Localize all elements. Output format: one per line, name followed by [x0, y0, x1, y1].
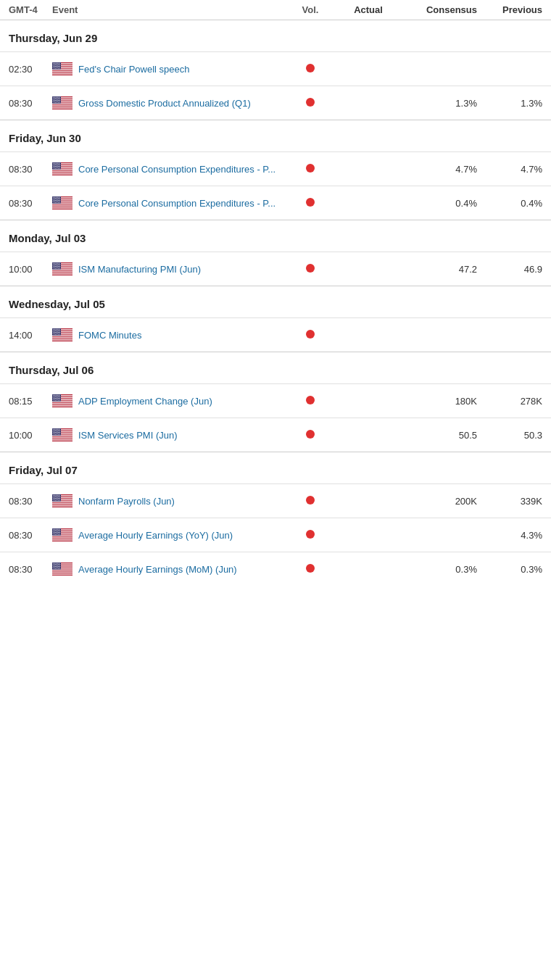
event-name[interactable]: ISM Services PMI (Jun) — [52, 428, 289, 441]
svg-point-32 — [57, 67, 58, 67]
svg-point-420 — [54, 567, 55, 568]
event-previous: 4.7% — [477, 164, 542, 175]
table-row: 08:30 — [0, 151, 551, 186]
svg-point-232 — [58, 334, 59, 335]
svg-point-254 — [54, 397, 55, 398]
svg-point-257 — [59, 397, 59, 398]
event-previous: 46.9 — [477, 264, 542, 275]
svg-point-92 — [54, 164, 54, 165]
svg-point-218 — [59, 331, 59, 332]
svg-point-59 — [54, 99, 55, 100]
svg-point-402 — [57, 563, 58, 564]
svg-point-61 — [57, 99, 58, 100]
svg-point-206 — [56, 329, 57, 330]
svg-point-29 — [53, 67, 54, 67]
event-vol — [289, 529, 332, 541]
event-time: 10:00 — [9, 264, 52, 275]
svg-rect-7 — [52, 75, 72, 75]
svg-point-133 — [57, 198, 57, 199]
svg-point-258 — [54, 398, 54, 399]
svg-point-189 — [59, 267, 59, 267]
svg-point-349 — [58, 500, 59, 501]
event-name[interactable]: Average Hourly Earnings (YoY) (Jun) — [52, 528, 289, 541]
svg-point-15 — [55, 64, 56, 65]
svg-point-247 — [59, 395, 59, 396]
svg-point-227 — [57, 333, 58, 333]
svg-point-386 — [55, 534, 56, 535]
svg-point-113 — [55, 168, 56, 169]
event-time: 08:30 — [9, 564, 52, 575]
svg-point-340 — [59, 498, 60, 499]
svg-point-19 — [53, 65, 54, 66]
vol-dot — [306, 330, 315, 339]
svg-point-149 — [57, 201, 58, 202]
svg-point-35 — [55, 68, 56, 69]
event-name[interactable]: ADP Employment Change (Jun) — [52, 394, 289, 407]
svg-point-297 — [54, 432, 54, 433]
svg-point-259 — [55, 398, 56, 399]
event-name[interactable]: Gross Domestic Product Annualized (Q1) — [52, 96, 289, 109]
event-name[interactable]: Nonfarm Payrolls (Jun) — [52, 494, 289, 507]
col-vol-header: Vol. — [289, 4, 332, 15]
svg-rect-239 — [52, 402, 72, 403]
svg-point-68 — [53, 101, 54, 101]
svg-point-112 — [54, 168, 54, 169]
svg-point-192 — [57, 268, 57, 269]
svg-point-369 — [59, 530, 60, 531]
event-name[interactable]: Core Personal Consumption Expenditures -… — [52, 162, 289, 175]
svg-point-248 — [54, 396, 54, 396]
svg-point-148 — [56, 201, 57, 202]
svg-point-107 — [53, 167, 54, 167]
event-name[interactable]: Average Hourly Earnings (MoM) (Jun) — [52, 562, 289, 576]
svg-point-28 — [59, 66, 60, 67]
svg-point-190 — [54, 268, 54, 269]
event-name[interactable]: ISM Manufacturing PMI (Jun) — [52, 262, 289, 275]
svg-point-272 — [59, 400, 60, 401]
table-row: 08:30 — [0, 518, 551, 552]
svg-point-225 — [54, 333, 55, 333]
svg-point-209 — [54, 330, 54, 331]
event-consensus: 0.3% — [405, 564, 477, 575]
event-name[interactable]: Fed's Chair Powell speech — [52, 62, 289, 75]
svg-point-270 — [57, 400, 57, 401]
event-label: ADP Employment Change (Jun) — [78, 396, 212, 407]
svg-point-379 — [59, 532, 60, 533]
svg-point-306 — [59, 433, 59, 433]
svg-point-224 — [53, 333, 54, 333]
event-label: Average Hourly Earnings (YoY) (Jun) — [78, 530, 233, 541]
svg-point-205 — [54, 329, 55, 330]
svg-point-111 — [59, 167, 59, 167]
svg-point-343 — [56, 499, 57, 499]
svg-point-70 — [56, 101, 57, 101]
svg-point-328 — [57, 496, 57, 497]
svg-point-383 — [57, 533, 58, 533]
table-row: 10:00 — [0, 418, 551, 452]
calendar-sections: Thursday, Jun 2902:30 — [0, 20, 551, 586]
event-vol — [289, 163, 332, 175]
svg-point-365 — [54, 530, 54, 531]
vol-dot — [306, 496, 315, 504]
svg-point-284 — [56, 429, 57, 430]
svg-rect-6 — [52, 72, 72, 73]
svg-point-126 — [53, 197, 54, 198]
svg-rect-201 — [52, 339, 72, 339]
svg-point-73 — [54, 102, 54, 103]
svg-point-256 — [57, 397, 58, 398]
event-name[interactable]: Core Personal Consumption Expenditures -… — [52, 196, 289, 209]
svg-point-368 — [58, 530, 59, 531]
table-row: 08:15 — [0, 383, 551, 418]
event-name[interactable]: FOMC Minutes — [52, 328, 289, 341]
svg-point-427 — [58, 568, 59, 569]
svg-point-291 — [59, 430, 60, 431]
svg-point-110 — [57, 167, 58, 167]
svg-point-168 — [57, 263, 58, 264]
svg-point-269 — [55, 400, 56, 401]
event-consensus: 200K — [405, 496, 477, 507]
svg-point-219 — [54, 332, 54, 333]
svg-point-321 — [53, 495, 54, 496]
svg-rect-202 — [52, 341, 72, 341]
svg-point-323 — [56, 495, 57, 496]
svg-point-413 — [59, 565, 59, 566]
svg-point-100 — [57, 165, 58, 166]
svg-point-378 — [58, 532, 59, 533]
